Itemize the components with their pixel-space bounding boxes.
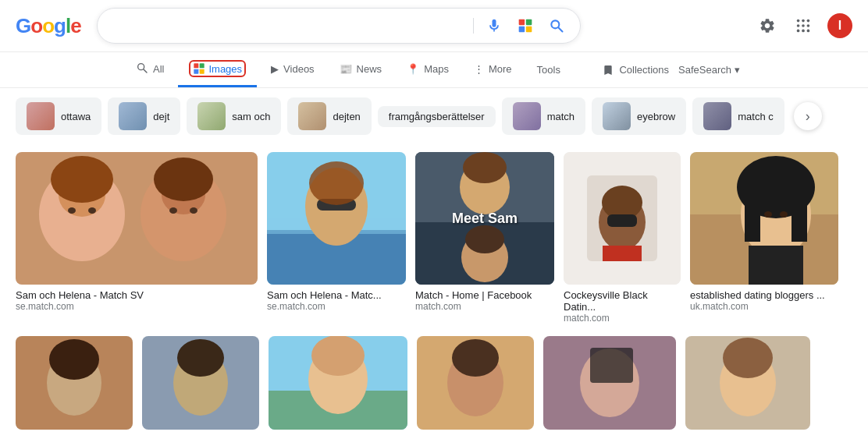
chip-framgangsberattelser-label: framgångsberättelser xyxy=(389,111,485,122)
tab-all-label: All xyxy=(153,63,164,75)
image-card-r1c1[interactable]: Sam och Helena - Match SV se.match.com xyxy=(16,152,258,324)
svg-point-27 xyxy=(154,158,213,201)
image-card-r1c2[interactable]: Sam och Helena - Matc... se.match.com xyxy=(267,152,406,324)
chip-match-thumb xyxy=(513,102,541,130)
chip-match-c[interactable]: match c xyxy=(692,97,784,135)
search-tab-icon xyxy=(136,62,148,76)
svg-point-69 xyxy=(311,336,365,376)
svg-point-15 xyxy=(138,63,144,69)
svg-point-42 xyxy=(463,152,507,183)
tab-more[interactable]: ⋮ More xyxy=(463,55,523,85)
mic-button[interactable] xyxy=(483,15,505,37)
tab-maps[interactable]: 📍 Maps xyxy=(396,55,460,85)
tools-button[interactable]: Tools xyxy=(526,56,571,83)
svg-point-59 xyxy=(780,211,788,218)
svg-point-72 xyxy=(452,339,499,377)
chip-match[interactable]: match xyxy=(502,97,585,135)
image-source-r1c1: se.match.com xyxy=(16,301,258,312)
chip-eyebrow[interactable]: eyebrow xyxy=(592,97,686,135)
chip-match-label: match xyxy=(547,111,575,122)
chip-eyebrow-thumb xyxy=(603,102,631,130)
image-source-r1c4: match.com xyxy=(564,313,681,324)
svg-point-30 xyxy=(169,207,177,214)
svg-rect-19 xyxy=(194,69,199,74)
search-bar-icons xyxy=(473,15,567,37)
svg-rect-75 xyxy=(590,348,633,383)
svg-rect-1 xyxy=(525,19,532,26)
svg-point-14 xyxy=(807,30,810,33)
image-card-r2c4[interactable] xyxy=(417,336,534,430)
image-title-r1c4: Cockeysville Black Datin... xyxy=(564,289,681,313)
tab-images-label: Images xyxy=(208,63,242,75)
svg-point-13 xyxy=(802,30,805,33)
svg-point-29 xyxy=(88,207,96,214)
svg-point-11 xyxy=(807,24,810,27)
svg-point-65 xyxy=(177,339,224,377)
svg-point-62 xyxy=(49,339,99,380)
image-card-r2c5[interactable] xyxy=(543,336,676,430)
svg-rect-49 xyxy=(607,214,637,227)
svg-point-24 xyxy=(51,156,113,203)
image-source-r1c2: se.match.com xyxy=(267,301,406,312)
chip-ottawa[interactable]: ottawa xyxy=(16,97,101,135)
settings-button[interactable] xyxy=(756,14,779,37)
svg-point-31 xyxy=(190,207,197,214)
search-button[interactable] xyxy=(546,15,567,37)
lens-button[interactable] xyxy=(514,15,536,37)
image-card-r2c1[interactable] xyxy=(16,336,133,430)
chip-match-c-label: match c xyxy=(738,111,774,122)
svg-point-37 xyxy=(309,161,364,205)
google-logo[interactable]: Google xyxy=(16,14,81,38)
more-icon: ⋮ xyxy=(474,63,484,75)
chip-dejten[interactable]: dejten xyxy=(287,97,371,135)
svg-rect-3 xyxy=(525,27,532,33)
image-card-r1c5[interactable]: established dating bloggers ... uk.match… xyxy=(690,152,838,324)
search-bar: site:match.com sam xyxy=(97,8,581,44)
svg-rect-56 xyxy=(792,187,807,242)
svg-line-5 xyxy=(558,28,562,32)
image-card-r1c4[interactable]: Cockeysville Black Datin... match.com xyxy=(564,152,681,324)
filter-chips: ottawa dejt sam och dejten framgångsberä… xyxy=(0,88,868,144)
svg-point-78 xyxy=(723,338,773,378)
image-card-r2c2[interactable] xyxy=(142,336,259,430)
tools-label: Tools xyxy=(537,64,560,76)
svg-rect-50 xyxy=(603,246,642,261)
tab-news[interactable]: 📰 News xyxy=(329,55,393,85)
tab-videos-label: Videos xyxy=(283,63,315,75)
tab-videos[interactable]: ▶ Videos xyxy=(260,55,326,85)
svg-rect-20 xyxy=(200,69,205,74)
collections-button[interactable]: Collections xyxy=(599,56,672,84)
videos-icon: ▶ xyxy=(271,63,279,75)
chip-dejten-thumb xyxy=(298,102,326,130)
image-title-r1c1: Sam och Helena - Match SV xyxy=(16,289,258,301)
chip-ottawa-thumb xyxy=(27,102,55,130)
svg-point-7 xyxy=(802,19,805,23)
svg-point-28 xyxy=(68,207,76,214)
image-source-r1c5: uk.match.com xyxy=(690,301,838,312)
search-input[interactable]: site:match.com sam xyxy=(110,19,465,33)
chips-next-arrow[interactable]: › xyxy=(794,102,822,130)
image-card-r2c3[interactable] xyxy=(269,336,407,430)
tab-all[interactable]: All xyxy=(125,54,175,87)
safe-search-button[interactable]: SafeSearch ▾ xyxy=(675,56,743,83)
svg-rect-57 xyxy=(749,246,803,285)
tab-maps-label: Maps xyxy=(424,63,449,75)
image-title-r1c3: Match - Home | Facebook xyxy=(415,289,554,301)
image-card-r1c3[interactable]: Meet Sam Match - Home | Facebook match.c… xyxy=(415,152,554,324)
apps-button[interactable] xyxy=(792,14,815,37)
svg-point-8 xyxy=(807,19,810,23)
chip-dejt-label: dejt xyxy=(153,111,169,122)
user-avatar[interactable]: I xyxy=(827,13,852,38)
image-card-r2c6[interactable] xyxy=(685,336,810,430)
tab-news-label: News xyxy=(357,63,382,75)
svg-rect-0 xyxy=(518,19,525,26)
chip-dejt[interactable]: dejt xyxy=(108,97,180,135)
tab-images[interactable]: Images xyxy=(178,52,257,87)
chip-ottawa-label: ottawa xyxy=(61,111,91,122)
svg-rect-55 xyxy=(745,187,760,242)
chip-framgangsberattelser[interactable]: framgångsberättelser xyxy=(378,106,496,127)
chip-sam-och-label: sam och xyxy=(232,111,270,122)
image-title-r1c5: established dating bloggers ... xyxy=(690,289,838,301)
chip-sam-och[interactable]: sam och xyxy=(187,97,281,135)
header: Google site:match.com sam xyxy=(0,0,868,52)
